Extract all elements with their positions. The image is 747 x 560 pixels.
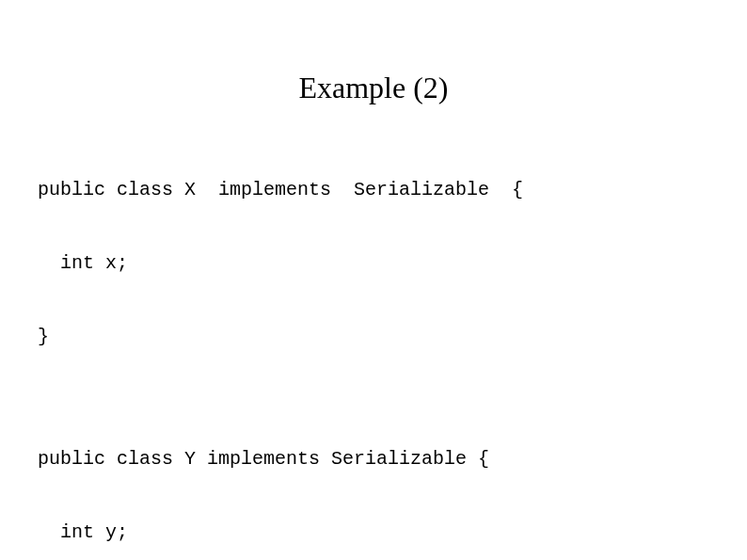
- code-block: public class X implements Serializable {…: [38, 129, 709, 560]
- code-line: int y;: [38, 520, 709, 545]
- code-line: }: [38, 325, 709, 349]
- code-line: public class X implements Serializable {: [38, 178, 709, 202]
- slide: Example (2) public class X implements Se…: [0, 0, 747, 560]
- code-line: public class Y implements Serializable {: [38, 447, 709, 472]
- slide-title: Example (2): [38, 71, 709, 105]
- code-line: int x;: [38, 251, 709, 276]
